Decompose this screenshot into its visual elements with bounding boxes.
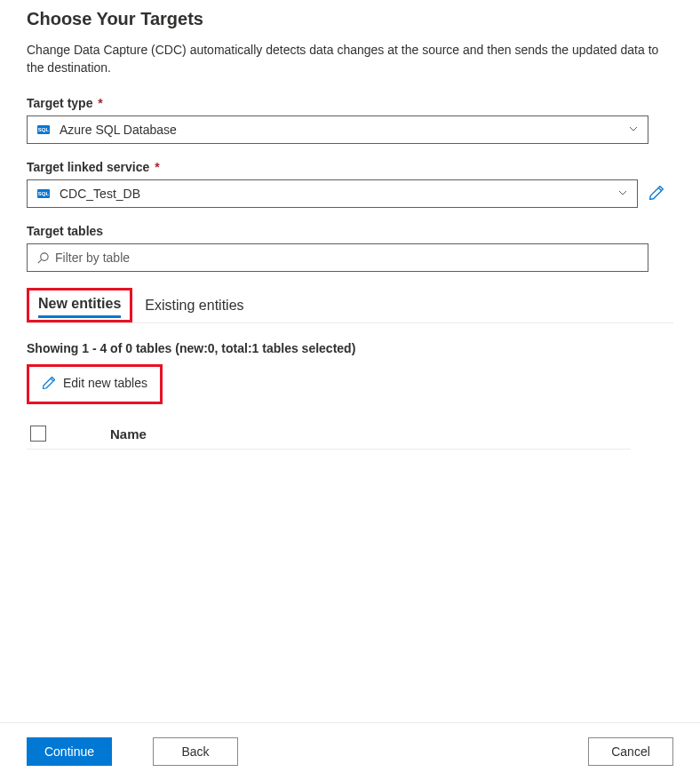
- svg-text:SQL: SQL: [38, 191, 50, 196]
- filter-input-wrapper[interactable]: [27, 243, 648, 272]
- target-type-value: Azure SQL Database: [60, 123, 628, 137]
- filter-table-input[interactable]: [55, 251, 639, 265]
- tables-grid-header: Name: [27, 417, 631, 450]
- target-type-select[interactable]: SQL Azure SQL Database: [27, 115, 648, 144]
- pencil-icon: [42, 376, 56, 390]
- continue-button[interactable]: Continue: [27, 737, 112, 766]
- entities-tabs: New entities Existing entities: [27, 288, 673, 323]
- target-tables-label: Target tables: [27, 224, 673, 238]
- edit-linked-service-button[interactable]: [648, 185, 664, 203]
- svg-text:SQL: SQL: [38, 127, 50, 132]
- search-icon: [36, 251, 50, 265]
- required-indicator: *: [98, 96, 102, 110]
- edit-new-tables-button[interactable]: Edit new tables: [42, 376, 147, 390]
- footer-bar: Continue Back Cancel: [0, 722, 700, 780]
- highlight-box-edit: Edit new tables: [27, 364, 163, 404]
- target-type-label-text: Target type: [27, 96, 92, 110]
- linked-service-value: CDC_Test_DB: [60, 187, 617, 201]
- table-summary: Showing 1 - 4 of 0 tables (new:0, total:…: [27, 341, 673, 355]
- target-tables-field: Target tables: [27, 224, 673, 272]
- svg-point-4: [41, 253, 48, 260]
- svg-line-5: [38, 259, 42, 263]
- cancel-button[interactable]: Cancel: [588, 737, 673, 766]
- sql-database-icon: SQL: [36, 187, 51, 201]
- tab-new-entities[interactable]: New entities: [38, 296, 121, 318]
- main-content: Choose Your Targets Change Data Capture …: [0, 0, 700, 450]
- linked-service-field: Target linked service * SQL CDC_Test_DB: [27, 160, 673, 208]
- page-subtitle: Change Data Capture (CDC) automatically …: [27, 42, 673, 76]
- target-type-label: Target type *: [27, 96, 673, 110]
- column-header-name: Name: [110, 426, 147, 442]
- sql-database-icon: SQL: [36, 123, 51, 137]
- back-button[interactable]: Back: [153, 737, 238, 766]
- target-type-field: Target type * SQL Azure SQL Database: [27, 96, 673, 144]
- chevron-down-icon: [628, 123, 639, 137]
- select-all-checkbox[interactable]: [30, 426, 46, 442]
- linked-service-select[interactable]: SQL CDC_Test_DB: [27, 179, 638, 208]
- linked-service-label: Target linked service *: [27, 160, 673, 174]
- edit-new-tables-label: Edit new tables: [63, 376, 147, 390]
- required-indicator: *: [155, 160, 159, 174]
- tab-existing-entities[interactable]: Existing entities: [132, 291, 256, 321]
- highlight-box-tabs: New entities: [27, 288, 132, 322]
- linked-service-label-text: Target linked service: [27, 160, 149, 174]
- chevron-down-icon: [617, 187, 628, 201]
- page-title: Choose Your Targets: [27, 9, 673, 29]
